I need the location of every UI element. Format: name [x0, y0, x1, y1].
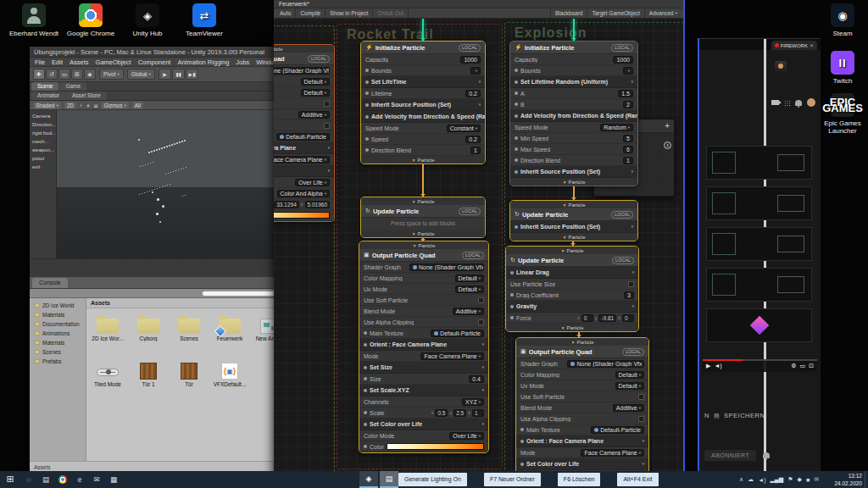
desktop-icon-twitch[interactable]: IITwitch [815, 51, 868, 85]
custom-tool-icon[interactable]: ◈ [84, 69, 96, 80]
mail-icon[interactable]: ✉ [88, 471, 105, 488]
suggested-video-thumbnail[interactable] [706, 146, 812, 180]
tree-folder[interactable]: 2D Ice World [30, 301, 86, 310]
desktop-icon-unity-hub[interactable]: ◈Unity Hub [120, 3, 175, 37]
hierarchy-item[interactable]: Camera [30, 112, 56, 120]
hierarchy-item[interactable]: rigid bod... [30, 129, 56, 137]
field-value-dropdown[interactable]: ▾ [470, 67, 481, 75]
field-value-dropdown[interactable]: Additive▾ [453, 308, 484, 315]
block-header[interactable]: Inherit Source Position (Set)▾ [361, 99, 485, 111]
vfx-graph-canvas[interactable]: Feuerwerk + ! Rocket TrailExplosion▼Part… [274, 19, 683, 488]
flag-icon[interactable]: ⚑ [787, 476, 793, 483]
checkbox[interactable] [324, 101, 330, 107]
avatar[interactable] [807, 98, 815, 107]
search-all-button[interactable]: All [132, 102, 143, 109]
hierarchy-item[interactable]: mech... [30, 137, 56, 146]
tree-folder[interactable]: Materials [30, 310, 86, 319]
field-value[interactable]: None (Shader Graph Vfx Asset) [409, 263, 484, 271]
apps-grid-icon[interactable] [784, 100, 790, 106]
global-toggle[interactable]: Global▾ [127, 69, 155, 80]
desktop-icon-teamviewer[interactable]: ⇄TeamViewer [177, 3, 231, 37]
vfx-button-compile[interactable]: Compile [296, 8, 326, 18]
menu-component[interactable]: Component [138, 58, 171, 66]
menu-assets[interactable]: Assets [70, 58, 89, 66]
node-header[interactable]: ▣Output Particle QuadLOCAL [516, 346, 648, 358]
bell-icon[interactable] [763, 452, 770, 458]
field-value-dropdown[interactable]: Default▾ [455, 274, 484, 282]
asset-item-2d-ice-wor-[interactable]: 2D Ice Wor... [90, 313, 125, 341]
vfx-node-init-expl[interactable]: ⚡Initialize ParticleLOCALCapacity1000Bou… [509, 41, 638, 186]
app-a-icon[interactable]: ◆ [798, 476, 802, 483]
mail-icon[interactable]: ✉ [814, 476, 819, 483]
tab-game[interactable]: Game [59, 82, 86, 91]
hierarchy-item[interactable]: Direction... [30, 120, 56, 129]
node-header[interactable]: ▣Output Particle QuadLOCAL [274, 53, 334, 65]
rotate-tool-icon[interactable]: ↺ [46, 69, 58, 80]
pause-button[interactable]: ▮▮ [172, 69, 185, 80]
taskbar-button-f7-neuer-ordner[interactable]: F7 Neuer Ordner [484, 473, 541, 486]
chevron-up-icon[interactable]: ∧ [739, 476, 743, 483]
checkbox[interactable] [478, 319, 484, 325]
vfx-window-title[interactable]: Feuerwerk* [274, 0, 683, 8]
node-header[interactable]: ↻Update ParticleLOCAL [506, 254, 638, 267]
field-value-dropdown[interactable]: Default▾ [301, 89, 330, 97]
vfx-button-check-out[interactable]: Check Out [373, 8, 409, 18]
field-value[interactable]: 1 [623, 157, 633, 164]
vfx-node-update-expl-1[interactable]: ▼Particle↻Update ParticleLOCALInherit So… [509, 200, 638, 241]
vfx-button-show-in-project[interactable]: Show in Project [326, 8, 373, 18]
field-value[interactable]: Default-Particle [591, 426, 644, 434]
console-search-input[interactable] [202, 291, 280, 297]
field-value-dropdown[interactable]: Face Camera Plane▾ [420, 352, 484, 360]
suggested-video-thumbnail[interactable] [706, 227, 812, 261]
save-button[interactable]: SPEICHERN [724, 412, 765, 419]
suggested-video-thumbnail[interactable] [706, 268, 812, 302]
block-header[interactable]: Set Color over Life▾ [274, 165, 334, 177]
field-value[interactable]: 0.2 [465, 136, 481, 143]
effects-toggle-icon[interactable]: ☀ [86, 103, 90, 108]
shading-mode-dropdown[interactable]: Shaded▾ [33, 102, 61, 109]
asset-item-feuerwerk[interactable]: Feuerwerk [212, 313, 248, 341]
vfx-node-output-trail[interactable]: ▼Particle▣Output Particle QuadLOCALShade… [359, 241, 489, 453]
desktop-icon-steam[interactable]: ◉Steam [815, 3, 868, 37]
vector3-field[interactable]: x137y33.1294z5.01960 [274, 201, 330, 208]
tab-animator[interactable]: Animator [31, 92, 65, 100]
field-value[interactable]: 1.5 [618, 90, 633, 97]
subscribed-button[interactable]: ABONNIERT [704, 450, 756, 461]
gizmos-dropdown[interactable]: Gizmos▾ [101, 102, 128, 109]
field-value-dropdown[interactable]: Over Life▾ [449, 432, 484, 440]
theater-mode-icon[interactable]: ▭ [800, 363, 806, 369]
taskbar-button-generate-lighting-on[interactable]: Generate Lighting On [398, 473, 467, 486]
field-value[interactable]: 1 [470, 147, 481, 154]
taskbar-button-f6-löschen[interactable]: F6 Löschen [558, 473, 601, 486]
field-value-dropdown[interactable]: Default▾ [615, 382, 644, 390]
tab-scene[interactable]: Scene [31, 82, 58, 91]
checkbox[interactable] [324, 123, 330, 129]
block-header[interactable]: Add Velocity from Direction & Speed (Ran… [510, 110, 637, 122]
field-value-dropdown[interactable]: Default▾ [455, 286, 484, 293]
taskbar-button-alt-f4-exit[interactable]: Alt+F4 Exit [617, 473, 658, 486]
taskbar-app-unity[interactable]: ◈ [359, 471, 378, 488]
edge-icon[interactable]: e [71, 471, 88, 488]
menu-jobs[interactable]: Jobs [236, 58, 249, 66]
field-value[interactable]: None (Shader Graph Vfx Asset) [274, 67, 330, 75]
field-value-dropdown[interactable]: ▾ [623, 67, 633, 75]
vector3-field[interactable]: x0.5y2.5z1 [431, 409, 484, 417]
node-header[interactable]: ⚡Initialize ParticleLOCAL [361, 42, 485, 54]
vector3-field[interactable]: x0y-9.81z0 [577, 314, 634, 322]
field-value[interactable]: 3 [624, 291, 634, 299]
asset-item-tür-1[interactable]: Tür 1 [131, 359, 166, 387]
field-value[interactable]: 6 [623, 146, 633, 153]
suggested-video-thumbnail[interactable] [706, 186, 812, 220]
network-icon[interactable]: ▂▄▆ [770, 476, 783, 483]
vfx-button-blackboard[interactable]: Blackboard [550, 8, 587, 18]
asset-item-vfxdefault-[interactable]: {▣}VFXDefault... [212, 359, 248, 387]
node-header[interactable]: ↻Update ParticleLOCAL [361, 205, 485, 218]
notifications-bell-icon[interactable] [795, 100, 802, 106]
close-tab-icon[interactable]: ✕ [810, 42, 814, 48]
move-tool-icon[interactable]: ✚ [33, 69, 45, 80]
show-desktop-button[interactable] [865, 471, 868, 488]
desktop-icon-epic-games-launcher[interactable]: EPICGAMESEpic Games Launcher [815, 93, 868, 135]
vfx-node-init-trail[interactable]: ⚡Initialize ParticleLOCALCapacity1000Bou… [360, 41, 486, 164]
block-header[interactable]: Linear Drag▾ [506, 267, 638, 279]
audio-toggle-icon[interactable]: ♪ [80, 103, 82, 108]
